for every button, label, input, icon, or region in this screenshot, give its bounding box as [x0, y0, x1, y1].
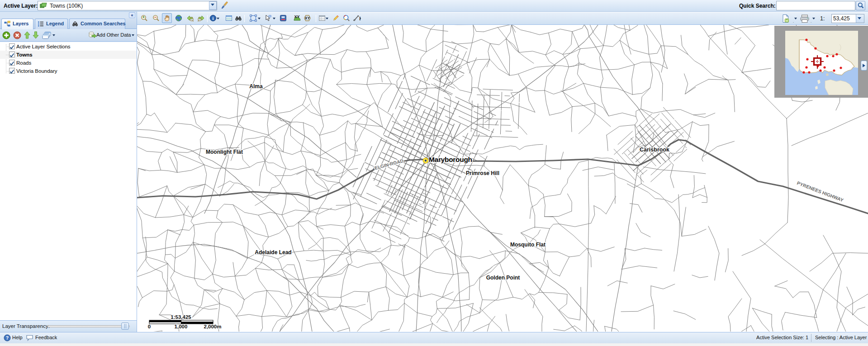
svg-text:−: −: [154, 15, 157, 19]
svg-text:Primrose Hill: Primrose Hill: [466, 170, 499, 176]
svg-text:1,000: 1,000: [175, 324, 188, 329]
svg-text:0: 0: [148, 324, 151, 329]
svg-text:XY: XY: [305, 16, 310, 20]
svg-text:2,000m: 2,000m: [204, 324, 221, 329]
svg-text:?: ?: [6, 335, 9, 341]
svg-text:Moonlight Flat: Moonlight Flat: [206, 149, 243, 155]
svg-text:Golden Point: Golden Point: [486, 275, 520, 281]
svg-text:Maryborough: Maryborough: [429, 156, 472, 163]
svg-text:H: H: [360, 16, 361, 21]
svg-text:Alma: Alma: [249, 83, 263, 90]
svg-text:+: +: [142, 15, 145, 19]
svg-text:XY: XY: [294, 14, 299, 19]
svg-text:PYRENEES HIGHWAY: PYRENEES HIGHWAY: [796, 180, 844, 203]
svg-text:Adelaide Lead: Adelaide Lead: [255, 249, 291, 256]
svg-text:Mosquito Flat: Mosquito Flat: [510, 242, 545, 248]
svg-text:1:53,425: 1:53,425: [171, 314, 191, 320]
svg-text:Carisbrook: Carisbrook: [640, 147, 669, 153]
svg-text:i: i: [213, 16, 214, 21]
